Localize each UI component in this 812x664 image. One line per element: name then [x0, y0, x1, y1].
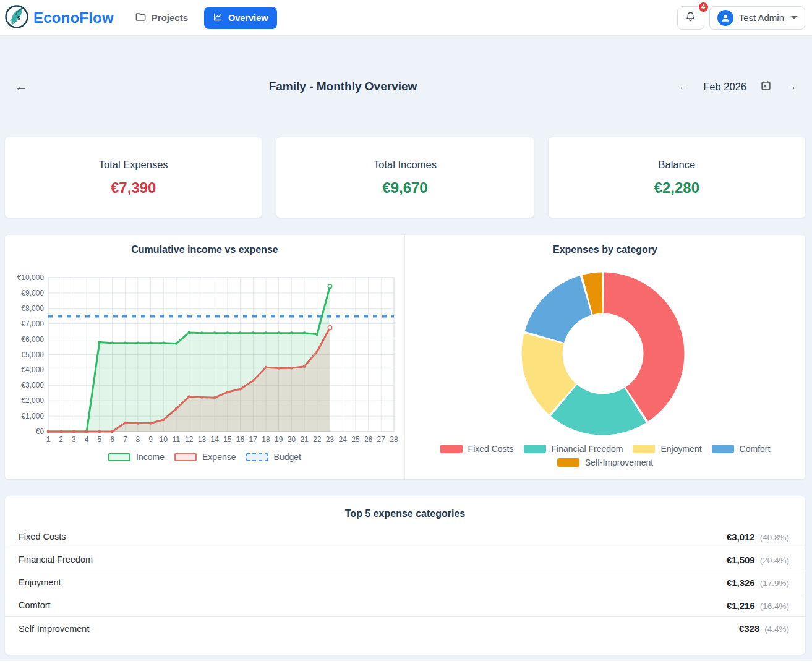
svg-text:€5,000: €5,000 — [21, 351, 44, 359]
category-chart-section: Expenses by category Fixed CostsFinancia… — [405, 235, 805, 479]
svg-text:5: 5 — [97, 435, 101, 444]
donut-chart-legend: Fixed CostsFinancial FreedomEnjoymentCom… — [420, 444, 791, 467]
table-row: Enjoyment€1,326(17.9%) — [5, 571, 805, 594]
chevron-down-icon — [791, 16, 797, 19]
user-avatar-icon — [717, 10, 733, 26]
navbar: $ EconoFlow Projects Overview — [0, 0, 812, 36]
svg-text:7: 7 — [122, 435, 127, 444]
category-label: Comfort — [19, 600, 51, 610]
svg-text:25: 25 — [351, 435, 360, 444]
overview-label: Overview — [228, 13, 268, 23]
category-amount: €1,509 — [727, 555, 755, 565]
cumulative-chart-section: Cumulative income vs expense €0€1,000€2,… — [5, 235, 405, 479]
svg-text:13: 13 — [197, 435, 206, 444]
legend-item-income[interactable]: Income — [108, 452, 165, 462]
table-row: Fixed Costs€3,012(40.8%) — [5, 526, 805, 548]
legend-swatch — [557, 458, 579, 467]
balance-card: Balance €2,280 — [549, 137, 805, 218]
card-label: Total Incomes — [374, 159, 437, 171]
svg-text:11: 11 — [172, 435, 180, 444]
line-chart-legend: IncomeExpenseBudget — [108, 452, 301, 462]
legend-item-enjoyment[interactable]: Enjoyment — [633, 444, 701, 454]
table-row: Financial Freedom€1,509(20.4%) — [5, 548, 805, 571]
svg-text:€7,000: €7,000 — [21, 320, 44, 328]
svg-text:€8,000: €8,000 — [21, 304, 44, 313]
notifications-button[interactable]: 4 — [677, 6, 704, 30]
category-amount: €328 — [739, 623, 759, 634]
legend-item-financial-freedom[interactable]: Financial Freedom — [524, 444, 623, 454]
legend-item-self-improvement[interactable]: Self-Improvement — [557, 458, 653, 467]
legend-label: Enjoyment — [660, 444, 701, 454]
legend-swatch — [246, 453, 268, 461]
legend-label: Comfort — [740, 444, 771, 454]
category-label: Financial Freedom — [19, 555, 93, 564]
svg-text:€0: €0 — [35, 427, 44, 436]
brand[interactable]: $ EconoFlow — [5, 5, 114, 31]
next-month-button[interactable]: → — [785, 80, 797, 93]
legend-swatch — [440, 445, 463, 453]
legend-item-comfort[interactable]: Comfort — [712, 444, 771, 454]
econoflow-logo-icon: $ — [5, 5, 28, 31]
top5-panel: Top 5 expense categories Fixed Costs€3,0… — [5, 496, 805, 655]
calendar-icon — [760, 80, 772, 93]
svg-text:15: 15 — [223, 435, 232, 444]
category-amount: €3,012 — [727, 532, 755, 542]
donut-chart-title: Expenses by category — [553, 244, 657, 256]
card-value: €7,390 — [111, 179, 156, 197]
page-title: Family - Monthly Overview — [43, 80, 643, 93]
legend-item-budget[interactable]: Budget — [246, 452, 301, 462]
svg-text:€6,000: €6,000 — [21, 335, 44, 344]
category-percent: (20.4%) — [760, 556, 789, 565]
page-header: ← Family - Monthly Overview ← Feb 2026 → — [0, 36, 812, 137]
svg-text:€9,000: €9,000 — [21, 289, 44, 297]
legend-label: Financial Freedom — [552, 444, 623, 454]
back-button[interactable]: ← — [15, 79, 43, 94]
expenses-donut-chart — [405, 266, 805, 439]
calendar-picker-button[interactable] — [760, 80, 772, 93]
category-values: €1,216(16.4%) — [727, 600, 789, 611]
svg-text:16: 16 — [236, 435, 244, 444]
user-name: Test Admin — [739, 12, 784, 23]
svg-text:10: 10 — [159, 435, 168, 444]
period-label: Feb 2026 — [703, 81, 746, 93]
previous-month-button[interactable]: ← — [678, 80, 690, 93]
svg-text:€10,000: €10,000 — [17, 273, 44, 282]
category-values: €3,012(40.8%) — [727, 532, 789, 542]
svg-text:17: 17 — [249, 435, 257, 444]
line-chart-icon — [213, 12, 223, 24]
charts-panel: Cumulative income vs expense €0€1,000€2,… — [5, 235, 805, 479]
category-label: Enjoyment — [19, 577, 61, 587]
svg-text:26: 26 — [364, 435, 372, 444]
card-label: Total Expenses — [99, 159, 168, 171]
svg-text:3: 3 — [72, 435, 76, 444]
svg-text:€3,000: €3,000 — [21, 381, 44, 389]
brand-name: EconoFlow — [33, 9, 114, 27]
legend-swatch — [712, 445, 734, 453]
top5-rows: Fixed Costs€3,012(40.8%)Financial Freedo… — [5, 526, 805, 640]
cumulative-line-chart: €0€1,000€2,000€3,000€4,000€5,000€6,000€7… — [5, 263, 405, 448]
legend-item-expense[interactable]: Expense — [174, 452, 236, 462]
bell-icon — [685, 11, 696, 25]
category-percent: (4.4%) — [764, 624, 789, 634]
svg-text:4: 4 — [84, 435, 88, 444]
footer-strip — [0, 661, 812, 664]
svg-text:12: 12 — [185, 435, 194, 444]
top5-title: Top 5 expense categories — [5, 496, 805, 526]
category-label: Self-Improvement — [19, 624, 89, 634]
projects-button[interactable]: Projects — [135, 11, 188, 25]
total-expenses-card: Total Expenses €7,390 — [5, 137, 262, 218]
svg-text:18: 18 — [262, 435, 270, 444]
overview-button[interactable]: Overview — [204, 7, 277, 29]
projects-label: Projects — [152, 12, 188, 23]
category-percent: (16.4%) — [760, 602, 789, 611]
svg-text:23: 23 — [325, 435, 334, 444]
legend-item-fixed-costs[interactable]: Fixed Costs — [440, 444, 514, 454]
user-menu-button[interactable]: Test Admin — [709, 6, 805, 30]
legend-label: Budget — [274, 452, 301, 462]
svg-text:€4,000: €4,000 — [21, 365, 44, 374]
legend-swatch — [524, 445, 546, 453]
table-row: Self-Improvement€328(4.4%) — [5, 617, 805, 640]
svg-text:27: 27 — [377, 435, 385, 444]
total-incomes-card: Total Incomes €9,670 — [276, 137, 533, 218]
category-percent: (17.9%) — [760, 579, 789, 588]
